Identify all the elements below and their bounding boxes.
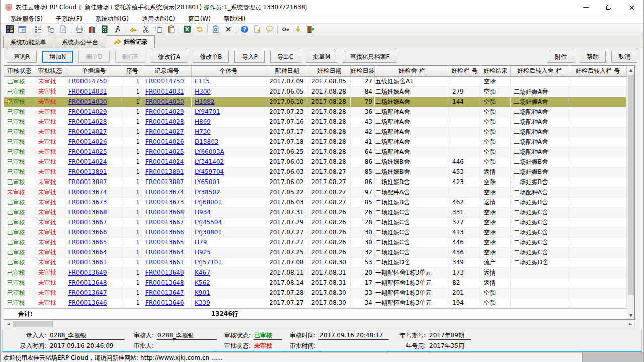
record-link[interactable]: LYJ30801	[195, 229, 222, 236]
record-link[interactable]: H730	[195, 128, 211, 135]
record-link[interactable]: FR00014027	[145, 128, 184, 135]
column-header-13[interactable]: 妊检后转入舍-栏	[511, 66, 569, 76]
record-link[interactable]: FR00014024	[68, 158, 107, 165]
action-button-left-6[interactable]: 修改单B	[193, 51, 229, 63]
record-link[interactable]: FR00014026	[68, 138, 107, 145]
record-link[interactable]: FR00013668	[68, 209, 107, 216]
column-header-12[interactable]: 妊检结果	[480, 66, 511, 76]
column-header-1[interactable]: 审核状态	[4, 66, 35, 76]
record-link[interactable]: K467	[195, 269, 210, 276]
action-button-right-1[interactable]: 附件	[548, 51, 574, 63]
window-table-icon[interactable]	[16, 24, 28, 35]
record-link[interactable]: D15803	[195, 138, 218, 145]
table-row[interactable]: 已审核未审批FR000136661FR00013666LYJ308012017.…	[4, 228, 627, 238]
table-row[interactable]: 已审核未审批FR000140281FR00014028H8692017.07.1…	[4, 117, 627, 127]
table-row[interactable]: 已审核未审批FR000140251FR00014025LY66003A2017.…	[4, 147, 627, 157]
record-link[interactable]: FR00013674	[68, 189, 107, 196]
column-header-8[interactable]: 妊检日期	[308, 66, 351, 76]
record-link[interactable]: FR00013673	[145, 199, 184, 206]
column-header-10[interactable]: 妊检舍-栏	[375, 66, 449, 76]
sign-hand-icon[interactable]	[292, 24, 304, 35]
record-link[interactable]: H869	[195, 118, 211, 125]
table-row[interactable]: 已审核未审批FR000136471FR00013647K9012017.07.2…	[4, 288, 627, 298]
record-link[interactable]: FR00013647	[145, 289, 184, 296]
column-header-3[interactable]: 单据编号	[65, 66, 122, 76]
archive-books-icon[interactable]	[86, 24, 98, 35]
window-list-icon[interactable]	[32, 24, 44, 35]
record-link[interactable]: FR00013649	[145, 269, 184, 276]
record-link[interactable]: LY66003A	[195, 148, 224, 155]
record-link[interactable]: FR00013649	[68, 269, 107, 276]
record-link[interactable]: FR00013667	[68, 219, 107, 226]
record-link[interactable]: FR00014024	[145, 158, 184, 165]
record-link[interactable]: H1082	[195, 98, 215, 105]
record-link[interactable]: H934	[195, 209, 211, 216]
table-row[interactable]: 未审核未审批FR000136741FR00013674LY385022017.0…	[4, 188, 627, 198]
menu-item-2[interactable]: 子系统(F)	[49, 14, 89, 23]
record-link[interactable]: FR00014025	[68, 148, 107, 155]
record-link[interactable]: FR00014031	[68, 88, 107, 95]
action-button-left-1[interactable]: 查询R	[7, 51, 37, 63]
calculator-icon[interactable]	[98, 24, 111, 35]
delete-x-icon[interactable]	[222, 24, 234, 35]
record-link[interactable]: H925	[195, 249, 211, 256]
action-button-left-7[interactable]: 导入P	[234, 51, 264, 63]
table-row[interactable]: 已审核未审批FR000136671FR00013667LYJ455042017.…	[4, 218, 627, 228]
record-link[interactable]: FR00013667	[145, 219, 184, 226]
record-link[interactable]: FR00014027	[68, 128, 107, 135]
key-password-icon[interactable]	[279, 24, 292, 35]
record-link[interactable]: FR00014026	[145, 138, 184, 145]
action-button-left-5[interactable]: 修改行A	[151, 51, 187, 63]
record-link[interactable]: FR00013887	[68, 178, 107, 186]
record-link[interactable]: LY65001	[195, 178, 220, 186]
action-button-left-8[interactable]: 导出C	[270, 51, 300, 63]
action-button-right-2[interactable]: 帮助	[580, 51, 606, 63]
record-link[interactable]: FR00013666	[68, 229, 107, 236]
record-link[interactable]: FR00014029	[145, 108, 184, 115]
horizontal-scrollbar[interactable]: ◄ ►	[4, 320, 635, 328]
action-button-left-9[interactable]: 批量M	[306, 51, 337, 63]
restore-button[interactable]	[597, 0, 620, 14]
table-row[interactable]: 已审核未审批FR000136651FR00013665H792017.07.27…	[4, 238, 627, 248]
record-link[interactable]: FR00014025	[145, 148, 184, 155]
scroll-right-icon[interactable]: ►	[626, 322, 634, 326]
record-link[interactable]: LY459704	[195, 168, 224, 175]
menu-item-6[interactable]: 帮助(H)	[217, 14, 252, 23]
record-link[interactable]: FR00013668	[145, 209, 184, 216]
record-link[interactable]: H300	[195, 88, 211, 95]
record-link[interactable]: FR00013891	[68, 168, 107, 175]
record-link[interactable]: FR00013674	[145, 189, 184, 196]
table-row[interactable]: 已审核未审批FR000140261FR00014026D158032017.07…	[4, 137, 627, 147]
record-link[interactable]: LY94701	[195, 108, 220, 115]
record-link[interactable]: FR00013648	[68, 279, 107, 286]
table-row[interactable]: 已审核未审批FR000136731FR00013673LYJ680012017.…	[4, 198, 627, 208]
record-link[interactable]: FR00014028	[145, 118, 184, 125]
record-link[interactable]: LYJ45504	[195, 219, 222, 226]
column-header-4[interactable]: 序号	[122, 66, 142, 76]
record-link[interactable]: FR00013646	[145, 299, 184, 306]
close-button[interactable]: ×	[620, 0, 643, 14]
tab-2[interactable]: 系统办公平台	[55, 37, 105, 48]
record-link[interactable]: FR00013887	[145, 178, 184, 186]
menu-item-3[interactable]: 系统功能(G)	[89, 14, 135, 23]
clipboard-settings-icon[interactable]	[209, 24, 222, 35]
record-link[interactable]: FR00013646	[68, 299, 107, 306]
record-link[interactable]: F115	[195, 78, 210, 85]
record-link[interactable]: FR00014750	[68, 78, 107, 85]
vertical-scrollbar[interactable]: ▲ ▼	[627, 66, 634, 319]
help-icon[interactable]: ?	[238, 24, 251, 35]
record-link[interactable]: FR00013673	[68, 199, 107, 206]
table-row[interactable]: 已审核未审批FR000147501FR00014750F1152017.07.0…	[4, 77, 627, 87]
app-modules-icon[interactable]	[3, 24, 16, 35]
table-row[interactable]: 已审核未审批FR000136481FR00013648K5622017.08.1…	[4, 278, 627, 288]
refresh-icon[interactable]	[193, 24, 206, 35]
table-row[interactable]: 已审核未审批FR000136641FR00013664H9252017.07.2…	[4, 248, 627, 258]
record-link[interactable]: FR00013665	[68, 239, 107, 246]
record-link[interactable]: FR00013647	[68, 289, 107, 296]
message-icon[interactable]	[263, 24, 276, 35]
column-header-11[interactable]: 妊检栏-号	[449, 66, 480, 76]
record-link[interactable]: FR00013664	[145, 249, 184, 256]
table-row[interactable]: 已审核未审批FR000136491FR00013649K4672017.08.1…	[4, 268, 627, 278]
run-task-icon[interactable]	[111, 24, 123, 35]
copy-icon[interactable]	[152, 24, 165, 35]
